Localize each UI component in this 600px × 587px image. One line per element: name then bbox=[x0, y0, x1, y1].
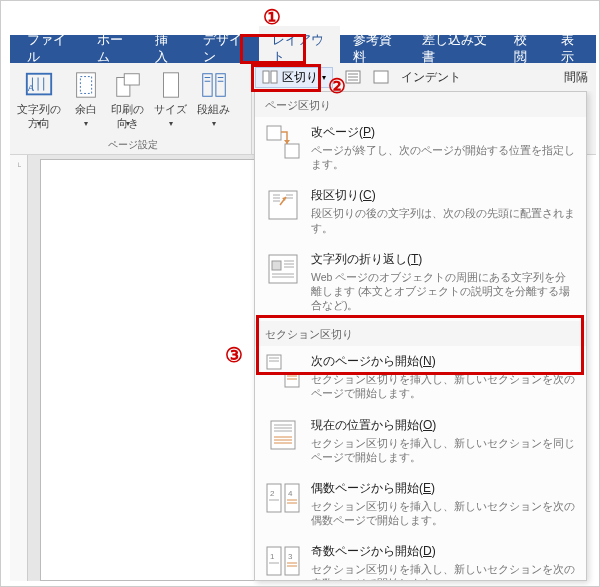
item-column-break[interactable]: 段区切り(C) 段区切りの後の文字列は、次の段の先頭に配置されます。 bbox=[255, 180, 586, 243]
dropdown-arrow-icon: ▾ bbox=[212, 119, 216, 128]
dropdown-arrow-icon: ▾ bbox=[126, 119, 130, 128]
item-title: 偶数ページから開始(E) bbox=[311, 480, 576, 497]
item-next-page[interactable]: 次のページから開始(N) セクション区切りを挿入し、新しいセクションを次のページ… bbox=[255, 346, 586, 409]
odd-page-icon: 13 bbox=[265, 543, 301, 579]
svg-rect-9 bbox=[163, 73, 178, 97]
dropdown-arrow-icon: ▾ bbox=[169, 119, 173, 128]
size-button[interactable]: サイズ ▾ bbox=[149, 66, 192, 138]
svg-rect-40 bbox=[267, 355, 281, 369]
item-desc: Web ページのオブジェクトの周囲にある文字列を分離します (本文とオブジェクト… bbox=[311, 270, 576, 313]
svg-text:4: 4 bbox=[288, 489, 293, 498]
text-direction-icon: A bbox=[24, 70, 54, 100]
annotation-1: ① bbox=[263, 5, 281, 29]
svg-marker-25 bbox=[284, 140, 290, 144]
svg-rect-23 bbox=[267, 126, 281, 140]
breaks-label: 区切り bbox=[282, 70, 318, 85]
section-header-section-breaks: セクション区切り bbox=[255, 321, 586, 346]
document-area: └ bbox=[10, 155, 255, 581]
breaks-dropdown: ページ区切り 改ページ(P) ページが終了し、次のページが開始する位置を指定しま… bbox=[254, 91, 587, 581]
column-break-icon bbox=[265, 187, 301, 223]
item-title: 次のページから開始(N) bbox=[311, 353, 576, 370]
annotation-3: ③ bbox=[225, 343, 243, 367]
item-title: 改ページ(P) bbox=[311, 124, 576, 141]
breaks-icon bbox=[262, 70, 278, 84]
margins-label: 余白 bbox=[75, 103, 97, 117]
margins-button[interactable]: 余白 ▾ bbox=[66, 66, 106, 138]
svg-text:A: A bbox=[28, 83, 35, 93]
orientation-button[interactable]: 印刷の 向き ▾ bbox=[106, 66, 149, 138]
indent-label: インデント bbox=[401, 70, 461, 85]
item-text-wrapping[interactable]: 文字列の折り返し(T) Web ページのオブジェクトの周囲にある文字列を分離しま… bbox=[255, 244, 586, 322]
upper-ribbon-strip: 区切り ▾ インデント 間隔 bbox=[251, 63, 596, 91]
columns-button[interactable]: 段組み ▾ bbox=[192, 66, 235, 138]
document-page[interactable] bbox=[40, 159, 255, 581]
svg-rect-43 bbox=[285, 373, 299, 387]
breaks-button[interactable]: 区切り ▾ bbox=[255, 67, 333, 88]
svg-rect-22 bbox=[374, 71, 388, 83]
item-even-page[interactable]: 24 偶数ページから開始(E) セクション区切りを挿入し、新しいセクションを次の… bbox=[255, 473, 586, 536]
item-desc: セクション区切りを挿入し、新しいセクションを次の偶数ページで開始します。 bbox=[311, 499, 576, 527]
size-icon bbox=[156, 70, 186, 100]
svg-text:2: 2 bbox=[270, 489, 275, 498]
next-page-icon bbox=[265, 353, 301, 389]
orientation-icon bbox=[113, 70, 143, 100]
margins-icon bbox=[71, 70, 101, 100]
svg-rect-17 bbox=[271, 71, 277, 83]
dropdown-arrow-icon: ▾ bbox=[322, 73, 326, 82]
dropdown-arrow-icon: ▾ bbox=[84, 119, 88, 128]
section-header-page-breaks: ページ区切り bbox=[255, 92, 586, 117]
spacing-label: 間隔 bbox=[564, 70, 588, 85]
svg-text:3: 3 bbox=[288, 552, 293, 561]
text-wrapping-icon bbox=[265, 251, 301, 287]
item-odd-page[interactable]: 13 奇数ページから開始(D) セクション区切りを挿入し、新しいセクションを次の… bbox=[255, 536, 586, 581]
group-label-page-setup: ページ設定 bbox=[12, 138, 253, 152]
svg-rect-24 bbox=[285, 144, 299, 158]
line-numbers-icon[interactable] bbox=[345, 70, 361, 84]
dropdown-arrow-icon: ▾ bbox=[37, 119, 41, 128]
size-label: サイズ bbox=[154, 103, 187, 117]
item-title: 文字列の折り返し(T) bbox=[311, 251, 576, 268]
text-direction-button[interactable]: A 文字列の 方向 ▾ bbox=[12, 66, 66, 138]
item-desc: セクション区切りを挿入し、新しいセクションを同じページで開始します。 bbox=[311, 436, 576, 464]
svg-rect-16 bbox=[263, 71, 269, 83]
item-desc: 段区切りの後の文字列は、次の段の先頭に配置されます。 bbox=[311, 206, 576, 234]
item-page-break[interactable]: 改ページ(P) ページが終了し、次のページが開始する位置を指定します。 bbox=[255, 117, 586, 180]
columns-label: 段組み bbox=[197, 103, 230, 117]
continuous-icon bbox=[265, 417, 301, 453]
columns-icon bbox=[199, 70, 229, 100]
even-page-icon: 24 bbox=[265, 480, 301, 516]
item-title: 現在の位置から開始(O) bbox=[311, 417, 576, 434]
page-break-icon bbox=[265, 124, 301, 160]
item-desc: ページが終了し、次のページが開始する位置を指定します。 bbox=[311, 143, 576, 171]
annotation-2: ② bbox=[328, 74, 346, 98]
hyphenation-icon[interactable] bbox=[373, 70, 389, 84]
item-continuous[interactable]: 現在の位置から開始(O) セクション区切りを挿入し、新しいセクションを同じページ… bbox=[255, 410, 586, 473]
item-desc: セクション区切りを挿入し、新しいセクションを次のページで開始します。 bbox=[311, 372, 576, 400]
svg-text:1: 1 bbox=[270, 552, 275, 561]
item-title: 段区切り(C) bbox=[311, 187, 576, 204]
ribbon-tabs: ファイル ホーム 挿入 デザイン レイアウト 参考資料 差し込み文書 校閲 表示 bbox=[10, 35, 596, 63]
item-title: 奇数ページから開始(D) bbox=[311, 543, 576, 560]
item-desc: セクション区切りを挿入し、新しいセクションを次の奇数ページで開始します。 bbox=[311, 562, 576, 581]
vertical-ruler: └ bbox=[10, 155, 28, 581]
svg-rect-8 bbox=[124, 74, 139, 85]
svg-rect-34 bbox=[272, 261, 281, 270]
